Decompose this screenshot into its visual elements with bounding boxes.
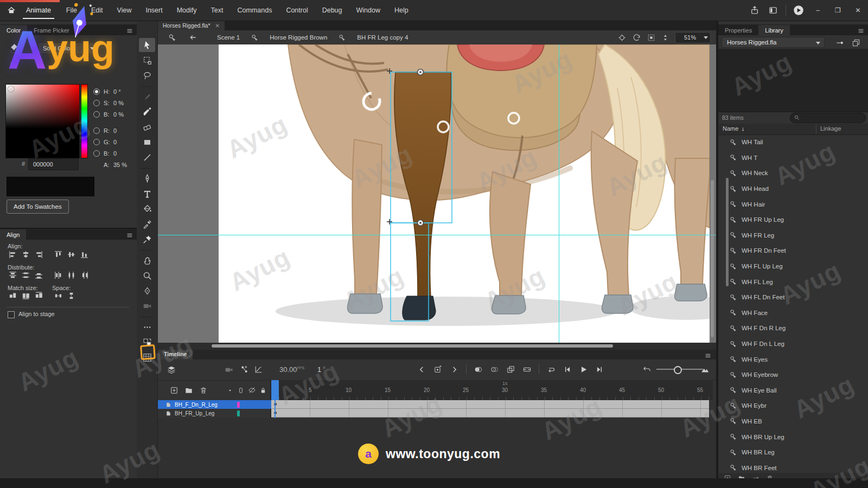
color-value-radio[interactable] [93,111,100,118]
eraser-tool[interactable] [139,120,155,134]
align-sv-button[interactable] [52,290,64,301]
folder-icon[interactable] [738,473,745,478]
edit-scene-icon[interactable] [168,33,177,42]
color-value-radio[interactable] [93,88,100,95]
menu-insert[interactable]: Insert [145,7,162,14]
vertical-guide[interactable] [559,44,559,343]
layer-color-chip[interactable] [237,402,240,408]
menu-commands[interactable]: Commands [237,7,272,14]
align-dl-button[interactable] [52,269,64,280]
horizontal-scrollbar-track[interactable] [158,343,716,350]
horizontal-guide[interactable] [158,235,716,235]
panel-menu-icon[interactable] [126,232,133,239]
hide-layers-icon[interactable] [248,385,256,395]
lock-layers-icon[interactable] [259,385,267,395]
align-al-button[interactable] [7,249,18,260]
share-icon[interactable] [745,5,764,15]
tab-properties[interactable]: Properties [718,25,758,35]
rotation-tool-icon[interactable] [632,33,641,42]
library-item[interactable]: WH FL Up Leg [718,259,868,274]
hand-tool[interactable] [139,253,155,267]
center-stage-icon[interactable] [617,33,627,42]
workspace-icon[interactable] [764,5,782,15]
pinlib-icon[interactable] [752,473,760,478]
new-library-panel-icon[interactable] [852,37,860,47]
menu-help[interactable]: Help [394,7,409,14]
library-item[interactable]: WH Eye Ball [718,383,868,399]
library-item[interactable]: WH T [718,150,868,166]
align-dm-button[interactable] [20,269,31,280]
color-value[interactable]: 0 [113,127,117,134]
frame-strip[interactable] [271,409,709,418]
rectangle-tool[interactable] [139,135,155,149]
step-back-icon[interactable] [563,364,572,374]
timeline-zoom-slider[interactable] [656,369,703,370]
menu-edit[interactable]: Edit [91,7,103,14]
color-value-radio[interactable] [93,150,100,157]
pin-library-icon[interactable] [835,37,844,47]
edit-multiple-frames-icon[interactable] [506,364,515,374]
tab-timeline[interactable]: Timeline [158,350,193,359]
zoom-stepper-icon[interactable] [661,34,669,42]
menu-animate[interactable]: Animate [23,2,54,19]
free-transform-tool[interactable] [139,53,155,67]
library-item[interactable]: WH EB [718,414,868,429]
addsq-icon[interactable] [724,473,731,478]
breadcrumb-item[interactable]: Horse Rigged Brown [270,34,327,41]
new-folder-icon[interactable] [184,385,193,395]
zoom-tool[interactable] [139,268,155,282]
color-value[interactable]: 35 % [113,162,127,168]
more-tool[interactable] [139,320,155,334]
color-type-select[interactable]: Solid Color [38,42,99,54]
classic-brush-tool[interactable] [139,105,155,119]
swatches-grid-icon[interactable] [139,350,155,364]
home-icon[interactable] [4,5,18,15]
clip-content-icon[interactable] [647,33,656,42]
text-tool[interactable] [139,187,155,201]
fill-stroke-colors-icon[interactable] [139,335,155,349]
stage-viewport[interactable] [158,44,716,343]
document-tab[interactable]: Horses Rigged.fla* ✕ [158,21,225,30]
onion-skin-outlines-icon[interactable] [490,364,499,374]
layer-name[interactable]: BH_FR_Up_Leg [175,410,214,416]
library-item[interactable]: WH BR Up Leg [718,429,868,445]
highlight-layers-icon[interactable] [226,385,234,395]
breadcrumb-item[interactable]: Scene 1 [217,34,240,41]
play-icon[interactable] [579,364,588,374]
paint-bucket-tool[interactable] [139,202,155,216]
align-am-button[interactable] [65,249,77,260]
slider-knob[interactable] [674,366,682,374]
restore-button[interactable]: ❐ [828,0,848,21]
reset-timeline-zoom-icon[interactable] [642,364,652,374]
library-item[interactable]: WH Eyebrow [718,367,868,383]
color-value-radio[interactable] [93,127,100,134]
close-tab-icon[interactable]: ✕ [215,23,220,29]
fit-frames-icon[interactable] [700,364,710,374]
align-dc-button[interactable] [65,269,77,280]
insert-keyframe-icon[interactable] [433,364,443,374]
fill-color-icon[interactable] [9,42,20,53]
vertical-scrollbar[interactable] [711,180,714,337]
library-scrollbar[interactable] [726,178,729,286]
layer-parenting-icon[interactable] [240,364,249,374]
color-value-radio[interactable] [93,100,100,106]
layers-icon[interactable] [167,364,176,375]
hex-input[interactable]: 000000 [28,158,79,170]
library-item[interactable]: WH Head [718,181,868,197]
color-value[interactable]: 0 ° [113,88,121,95]
breadcrumb-item[interactable]: BH FR Leg copy 4 [357,34,408,41]
add-to-swatches-button[interactable]: Add To Swatches [7,200,69,214]
color-marker[interactable] [8,86,14,92]
color-value[interactable]: 0 % [113,100,124,106]
align-sh-button[interactable] [65,290,77,301]
layer-name[interactable]: BH_F_Dn_R_Leg [175,402,218,408]
library-item[interactable]: WH FR Dn Feet [718,243,868,259]
frame-rate-value[interactable]: 30.00FPS [279,365,304,374]
panel-menu-icon[interactable] [857,27,865,35]
tab-frame-picker[interactable]: Frame Picker [27,25,75,35]
delete-layer-icon[interactable] [199,385,208,395]
library-item[interactable]: WH Eybr [718,398,868,414]
camera-icon[interactable] [224,364,234,375]
timeline-ruler[interactable]: 1s 510152025303540455055 [271,380,713,400]
menu-view[interactable]: View [117,7,132,14]
